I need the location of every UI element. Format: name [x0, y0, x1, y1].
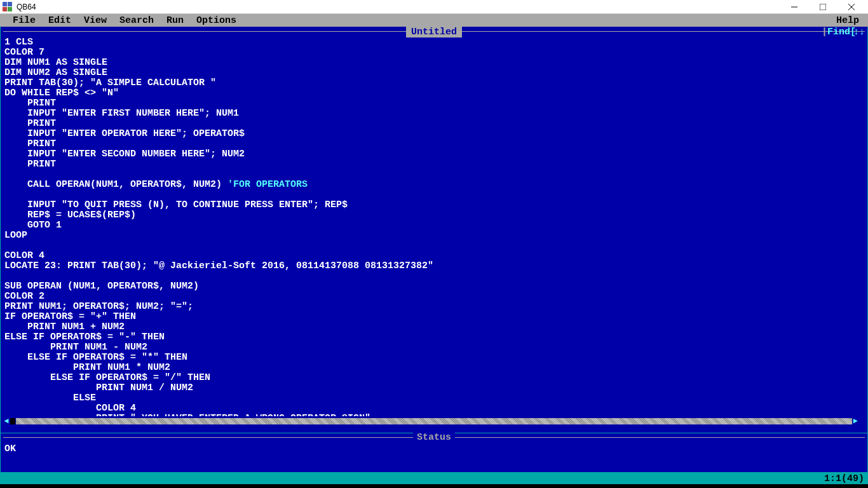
status-pane: OK	[0, 442, 868, 473]
code-line[interactable]: PRINT	[4, 119, 864, 129]
taskbar-strip	[0, 484, 868, 488]
bottom-bar: 1:1(49)	[0, 473, 868, 484]
code-line[interactable]: ELSE	[4, 393, 864, 403]
status-divider: Status	[0, 433, 868, 442]
scroll-thumb[interactable]	[10, 418, 15, 424]
menu-options[interactable]: Options	[190, 15, 243, 26]
code-line[interactable]: ELSE IF OPERATOR$ = "/" THEN	[4, 373, 864, 383]
code-line[interactable]: DO WHILE REP$ <> "N"	[4, 88, 864, 98]
menu-view[interactable]: View	[78, 15, 113, 26]
code-line[interactable]: PRINT	[4, 159, 864, 170]
editor-header: Untitled |Find[ ↕↓	[1, 27, 867, 36]
scroll-left-icon[interactable]: ◄	[3, 417, 10, 426]
svg-rect-2	[3, 7, 7, 11]
code-line[interactable]: CALL OPERAN(NUM1, OPERATOR$, NUM2) 'FOR …	[4, 180, 864, 190]
code-line[interactable]	[4, 241, 864, 251]
code-line[interactable]: LOOP	[4, 231, 864, 241]
minimize-button[interactable]	[780, 0, 808, 14]
code-line[interactable]: DIM NUM1 AS SINGLE	[4, 58, 864, 68]
code-line[interactable]: INPUT "ENTER FIRST NUMBER HERE"; NUM1	[4, 109, 864, 119]
code-line[interactable]: COLOR 4	[4, 403, 864, 414]
svg-rect-1	[8, 2, 12, 6]
menu-search[interactable]: Search	[113, 15, 160, 26]
status-label: Status	[413, 432, 455, 443]
cursor-position: 1:1(49)	[824, 473, 864, 484]
code-line[interactable]: INPUT "ENTER SECOND NUMBER HERE"; NUM2	[4, 149, 864, 159]
menu-edit[interactable]: Edit	[42, 15, 78, 26]
maximize-button[interactable]	[808, 0, 837, 14]
code-line[interactable]: LOCATE 23: PRINT TAB(30); "@ Jackieriel-…	[4, 261, 864, 271]
code-line[interactable]: COLOR 7	[4, 48, 864, 58]
window-controls	[780, 0, 865, 14]
code-line[interactable]: ELSE IF OPERATOR$ = "-" THEN	[4, 332, 864, 342]
code-line[interactable]: PRINT NUM1 + NUM2	[4, 322, 864, 332]
code-line[interactable]: PRINT NUM1; OPERATOR$; NUM2; "=";	[4, 302, 864, 312]
menu-file[interactable]: File	[3, 15, 42, 26]
horizontal-scrollbar[interactable]: ◄ ►	[3, 417, 858, 425]
code-line[interactable]: PRINT " YOU HAVED ENTERED A WRONG OPERAT…	[4, 414, 864, 416]
close-button[interactable]	[837, 0, 865, 14]
window-title: QB64	[17, 3, 780, 11]
scroll-right-icon[interactable]: ►	[852, 417, 858, 426]
menu-help[interactable]: Help	[830, 15, 865, 26]
editor-pane: Untitled |Find[ ↕↓ 1 CLSCOLOR 7DIM NUM1 …	[0, 27, 868, 433]
window-titlebar: QB64	[0, 0, 868, 14]
code-line[interactable]: COLOR 4	[4, 251, 864, 261]
code-line[interactable]: PRINT NUM1 - NUM2	[4, 342, 864, 353]
menu-run[interactable]: Run	[160, 15, 190, 26]
app-icon	[3, 2, 13, 12]
svg-rect-0	[3, 2, 7, 6]
code-line[interactable]: PRINT TAB(30); "A SIMPLE CALCULATOR "	[4, 78, 864, 88]
code-line[interactable]: INPUT "TO QUIT PRESS (N), TO CONTINUE PR…	[4, 200, 864, 210]
code-line[interactable]: PRINT NUM1 / NUM2	[4, 383, 864, 393]
menubar: FileEditViewSearchRunOptions Help	[0, 14, 868, 27]
code-line[interactable]	[4, 190, 864, 200]
svg-rect-3	[8, 7, 12, 11]
code-line[interactable]: IF OPERATOR$ = "+" THEN	[4, 312, 864, 322]
code-line[interactable]	[4, 271, 864, 281]
svg-rect-5	[820, 4, 826, 10]
code-line[interactable]: 1 CLS	[4, 37, 864, 48]
code-line[interactable]: GOTO 1	[4, 220, 864, 231]
code-line[interactable]: COLOR 2	[4, 292, 864, 302]
code-line[interactable]: PRINT NUM1 * NUM2	[4, 363, 864, 373]
status-text: OK	[4, 444, 864, 454]
code-line[interactable]: REP$ = UCASE$(REP$)	[4, 210, 864, 220]
code-line[interactable]	[4, 170, 864, 180]
code-line[interactable]: INPUT "ENTER OPERATOR HERE"; OPERATOR$	[4, 129, 864, 139]
code-line[interactable]: SUB OPERAN (NUM1, OPERATOR$, NUM2)	[4, 281, 864, 292]
code-line[interactable]: ELSE IF OPERATOR$ = "*" THEN	[4, 353, 864, 363]
code-line[interactable]: PRINT	[4, 139, 864, 149]
code-line[interactable]: PRINT	[4, 98, 864, 109]
scroll-track[interactable]	[16, 418, 852, 424]
code-line[interactable]: DIM NUM2 AS SINGLE	[4, 68, 864, 78]
code-editor[interactable]: 1 CLSCOLOR 7DIM NUM1 AS SINGLEDIM NUM2 A…	[1, 36, 867, 416]
